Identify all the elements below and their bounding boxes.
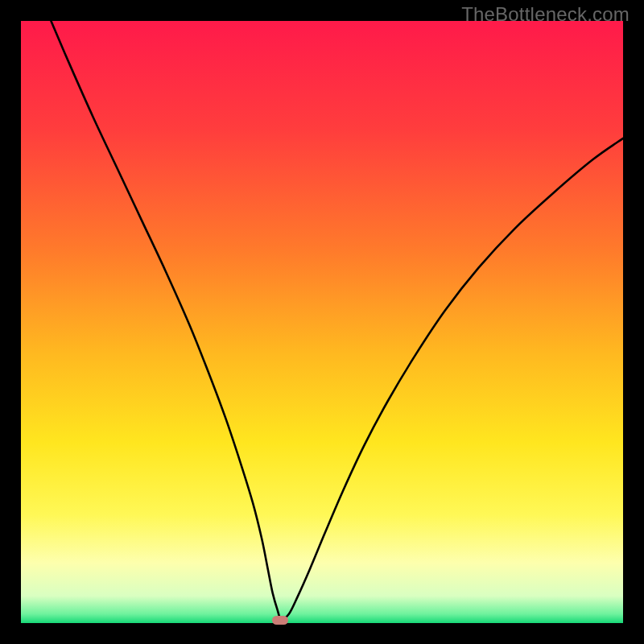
chart-frame: TheBottleneck.com: [0, 0, 644, 644]
minimum-marker: [272, 616, 288, 625]
bottleneck-chart: [21, 21, 623, 623]
plot-area: [21, 21, 623, 623]
gradient-background: [21, 21, 623, 623]
